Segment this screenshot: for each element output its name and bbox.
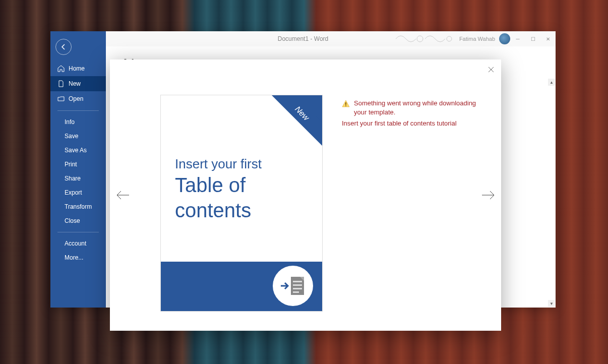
sidebar-item-save-as[interactable]: Save As (50, 143, 106, 157)
sidebar-separator-2 (57, 232, 99, 232)
close-icon (488, 67, 494, 73)
new-document-icon (57, 80, 65, 87)
arrow-right-icon (481, 190, 495, 200)
sidebar-item-new[interactable]: New (50, 76, 106, 91)
svg-rect-8 (345, 105, 346, 106)
sidebar-item-close[interactable]: Close (50, 214, 106, 228)
sidebar-item-home[interactable]: Home (50, 61, 106, 76)
warning-icon (342, 100, 350, 108)
sidebar-label-home: Home (69, 65, 85, 72)
sidebar-separator (57, 110, 99, 111)
preview-icon-circle (273, 266, 313, 306)
svg-point-0 (417, 36, 423, 42)
next-template-button[interactable] (478, 185, 498, 205)
sidebar-item-save[interactable]: Save (50, 129, 106, 143)
preview-line2: Table of (175, 172, 262, 198)
scroll-down-button[interactable]: ▼ (548, 300, 555, 307)
sidebar-label-open: Open (69, 95, 83, 102)
template-preview: New Insert your first Table of contents (160, 95, 323, 312)
svg-rect-6 (293, 291, 299, 293)
preview-footer (161, 262, 322, 311)
close-window-button[interactable]: ✕ (540, 31, 556, 46)
title-flourish (395, 30, 455, 48)
scroll-up-button[interactable]: ▲ (548, 79, 555, 86)
preview-line1: Insert your first (175, 156, 262, 171)
preview-line3: contents (175, 198, 262, 223)
template-preview-modal: New Insert your first Table of contents (110, 59, 501, 331)
avatar[interactable] (499, 33, 510, 44)
sidebar-item-account[interactable]: Account (50, 236, 106, 251)
svg-point-1 (447, 36, 452, 41)
svg-rect-4 (293, 284, 302, 286)
sidebar-item-share[interactable]: Share (50, 171, 106, 186)
prev-template-button[interactable] (113, 185, 133, 205)
maximize-button[interactable]: ☐ (525, 31, 540, 46)
title-decor: Fatima Wahab (359, 29, 510, 49)
window-title: Document1 - Word (278, 35, 328, 42)
window-controls: ─ ☐ ✕ (510, 31, 556, 46)
backstage-sidebar: Home New Open Info Save Save As Print Sh… (50, 31, 106, 308)
back-arrow-icon (60, 43, 67, 50)
svg-rect-5 (293, 288, 302, 289)
minimize-button[interactable]: ─ (510, 31, 525, 46)
sidebar-item-more[interactable]: More... (50, 251, 106, 265)
sidebar-item-export[interactable]: Export (50, 186, 106, 200)
error-block: Something went wrong while downloading y… (342, 99, 483, 127)
modal-close-button[interactable] (486, 65, 496, 75)
folder-open-icon (57, 95, 65, 102)
arrow-left-icon (116, 190, 130, 200)
document-arrow-icon (280, 275, 306, 297)
sidebar-item-open[interactable]: Open (50, 91, 106, 106)
back-button[interactable] (55, 39, 72, 55)
error-message: Something went wrong while downloading y… (354, 99, 483, 116)
preview-title: Insert your first Table of contents (175, 156, 262, 223)
sidebar-label-new: New (69, 80, 81, 87)
svg-rect-7 (345, 102, 346, 105)
error-template-name: Insert your first table of contents tuto… (342, 119, 483, 127)
sidebar-item-transform[interactable]: Transform (50, 200, 106, 214)
user-name: Fatima Wahab (459, 36, 495, 42)
sidebar-item-print[interactable]: Print (50, 157, 106, 171)
home-icon (57, 65, 65, 72)
svg-rect-3 (293, 281, 302, 282)
sidebar-item-info[interactable]: Info (50, 115, 106, 129)
title-bar: Document1 - Word Fatima Wahab ─ ☐ ✕ (50, 31, 556, 46)
